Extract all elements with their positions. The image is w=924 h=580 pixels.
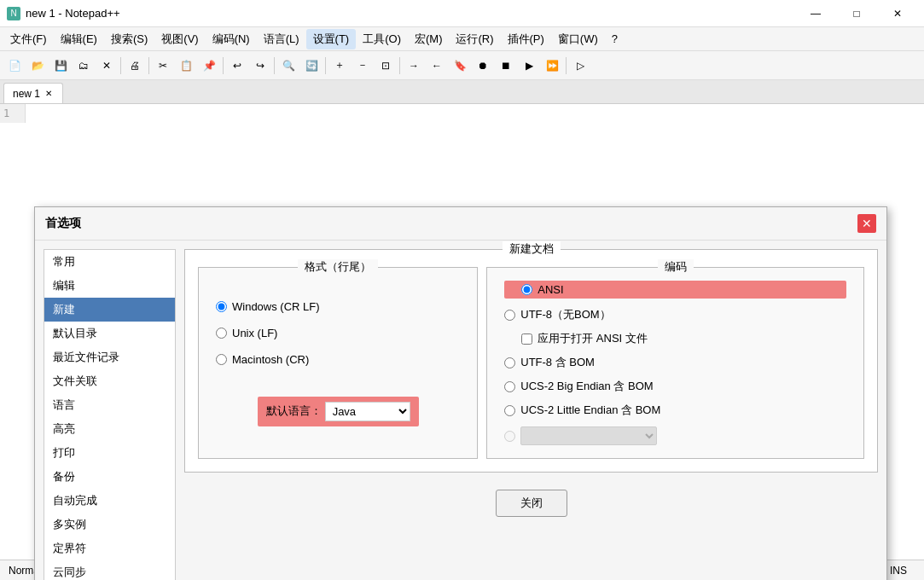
menu-tools[interactable]: 工具(O): [356, 29, 408, 49]
radio-ucs2-big-input[interactable]: [504, 381, 515, 392]
radio-unix-lf-input[interactable]: [216, 328, 227, 339]
toolbar-cut[interactable]: ✂: [152, 55, 174, 77]
apply-ansi-checkbox[interactable]: [521, 334, 532, 345]
menu-search[interactable]: 搜索(S): [104, 29, 154, 49]
toolbar-copy[interactable]: 📋: [175, 55, 197, 77]
toolbar-macro-run[interactable]: ⏩: [541, 55, 563, 77]
toolbar-sep-6: [399, 57, 400, 74]
menu-run[interactable]: 运行(R): [449, 29, 500, 49]
dialog-sidebar: 常用 编辑 新建 默认目录 最近文件记录 文件关联 语言 高亮 打印 备份 自动…: [44, 249, 176, 580]
toolbar-find[interactable]: 🔍: [277, 55, 299, 77]
sidebar-item-backup[interactable]: 备份: [44, 465, 175, 489]
lang-label: 默认语言：: [266, 403, 322, 419]
sidebar-item-editing[interactable]: 编辑: [44, 274, 175, 298]
app-icon: N: [7, 7, 20, 20]
toolbar-redo[interactable]: ↪: [249, 55, 271, 77]
language-select[interactable]: Java C C++ Python JavaScript HTML CSS PH…: [325, 402, 410, 421]
menu-edit[interactable]: 编辑(E): [54, 29, 104, 49]
menu-macro[interactable]: 宏(M): [408, 29, 450, 49]
toolbar-new[interactable]: 📄: [3, 55, 26, 77]
toolbar-macro-rec[interactable]: ⏺: [472, 55, 494, 77]
editor-area: 1 首选项 ✕ 常用 编辑 新建 默认目录 最近文件记录 文件关联 语言 高亮 …: [0, 104, 924, 560]
dialog-body: 常用 编辑 新建 默认目录 最近文件记录 文件关联 语言 高亮 打印 备份 自动…: [35, 241, 886, 580]
radio-ucs2-big-label: UCS-2 Big Endian 含 BOM: [520, 379, 653, 394]
menu-view[interactable]: 视图(V): [154, 29, 205, 49]
menu-file[interactable]: 文件(F): [3, 29, 54, 49]
new-doc-section-label: 新建文档: [503, 241, 561, 257]
radio-utf8-no-bom-input[interactable]: [504, 310, 515, 321]
menu-encoding[interactable]: 编码(N): [206, 29, 257, 49]
radio-macintosh-cr-input[interactable]: [216, 354, 227, 365]
radio-utf8-bom-input[interactable]: [504, 357, 515, 368]
toolbar-unindent[interactable]: ←: [426, 55, 448, 77]
radio-ansi-input[interactable]: [521, 284, 532, 295]
sidebar-item-new-doc[interactable]: 新建: [44, 298, 175, 322]
radio-ucs2-little-input[interactable]: [504, 405, 515, 416]
radio-macintosh-cr[interactable]: Macintosh (CR): [216, 353, 460, 366]
sidebar-item-general[interactable]: 常用: [44, 250, 175, 274]
menu-language[interactable]: 语言(L): [257, 29, 306, 49]
sidebar-item-multi-instance[interactable]: 多实例: [44, 513, 175, 536]
toolbar-sep-3: [223, 57, 224, 74]
toolbar-sep-1: [120, 57, 121, 74]
toolbar-run-cmd[interactable]: ▷: [569, 55, 591, 77]
radio-disabled-input: [504, 431, 515, 442]
minimize-button[interactable]: —: [796, 0, 835, 27]
toolbar-paste[interactable]: 📌: [198, 55, 220, 77]
radio-windows-crlf[interactable]: Windows (CR LF): [216, 300, 460, 313]
radio-utf8-no-bom[interactable]: UTF-8（无BOM）: [504, 307, 846, 322]
dialog-close-button[interactable]: ✕: [857, 214, 876, 233]
dialog-close-main-button[interactable]: 关闭: [496, 490, 567, 517]
sidebar-item-recent-files[interactable]: 最近文件记录: [44, 345, 175, 369]
toolbar-sep-2: [148, 57, 149, 74]
titlebar-title: new 1 - Notepad++: [26, 7, 796, 20]
sidebar-item-language[interactable]: 语言: [44, 393, 175, 417]
toolbar-zoom-out[interactable]: －: [352, 55, 374, 77]
titlebar-close-button[interactable]: ✕: [878, 0, 917, 27]
menu-window[interactable]: 窗口(W): [551, 29, 605, 49]
toolbar-macro-play[interactable]: ▶: [518, 55, 540, 77]
new-doc-area: 格式（行尾） Windows (CR LF) Unix (LF): [198, 267, 864, 459]
toolbar-zoom-in[interactable]: ＋: [328, 55, 351, 77]
toolbar-close[interactable]: ✕: [96, 55, 118, 77]
line-numbers: 1: [0, 104, 26, 123]
sidebar-item-file-assoc[interactable]: 文件关联: [44, 369, 175, 393]
radio-ucs2-big[interactable]: UCS-2 Big Endian 含 BOM: [504, 379, 846, 394]
sidebar-item-highlight[interactable]: 高亮: [44, 417, 175, 441]
radio-disabled-row: [504, 426, 846, 445]
menu-plugins[interactable]: 插件(P): [501, 29, 551, 49]
new-doc-section: 新建文档 格式（行尾） Windows (CR LF) Unix (LF): [184, 249, 878, 473]
toolbar-save[interactable]: 💾: [49, 55, 72, 77]
toolbar-save-all[interactable]: 🗂: [73, 55, 95, 77]
toolbar-print[interactable]: 🖨: [124, 55, 146, 77]
radio-ucs2-little[interactable]: UCS-2 Little Endian 含 BOM: [504, 403, 846, 418]
radio-windows-crlf-input[interactable]: [216, 301, 227, 312]
radio-utf8-bom[interactable]: UTF-8 含 BOM: [504, 355, 846, 370]
maximize-button[interactable]: □: [837, 0, 876, 27]
tab-close-icon[interactable]: ✕: [44, 88, 54, 99]
menu-help[interactable]: ?: [605, 30, 625, 48]
toolbar-bookmark[interactable]: 🔖: [449, 55, 471, 77]
toolbar-indent[interactable]: →: [403, 55, 425, 77]
toolbar-replace[interactable]: 🔄: [300, 55, 323, 77]
radio-ansi[interactable]: ANSI: [504, 281, 846, 299]
toolbar-open[interactable]: 📂: [26, 55, 49, 77]
sidebar-item-cloud-sync[interactable]: 云同步: [44, 560, 175, 580]
preferences-dialog: 首选项 ✕ 常用 编辑 新建 默认目录 最近文件记录 文件关联 语言 高亮 打印…: [34, 206, 887, 580]
sidebar-item-print[interactable]: 打印: [44, 441, 175, 465]
encoding-section-label: 编码: [658, 259, 694, 275]
tab-new1[interactable]: new 1 ✕: [3, 83, 63, 103]
sidebar-item-delimiters[interactable]: 定界符: [44, 536, 175, 560]
menubar: 文件(F) 编辑(E) 搜索(S) 视图(V) 编码(N) 语言(L) 设置(T…: [0, 27, 924, 51]
toolbar-macro-stop[interactable]: ⏹: [495, 55, 517, 77]
radio-unix-lf[interactable]: Unix (LF): [216, 327, 460, 339]
radio-utf8-no-bom-label: UTF-8（无BOM）: [520, 307, 610, 322]
toolbar-zoom-reset[interactable]: ⊡: [375, 55, 397, 77]
toolbar-undo[interactable]: ↩: [226, 55, 248, 77]
format-box: 格式（行尾） Windows (CR LF) Unix (LF): [198, 267, 478, 459]
toolbar-sep-4: [274, 57, 275, 74]
sidebar-item-default-dir[interactable]: 默认目录: [44, 322, 175, 345]
menu-settings[interactable]: 设置(T): [306, 29, 357, 49]
sidebar-item-autocomplete[interactable]: 自动完成: [44, 489, 175, 513]
dialog-title: 首选项: [45, 216, 81, 231]
